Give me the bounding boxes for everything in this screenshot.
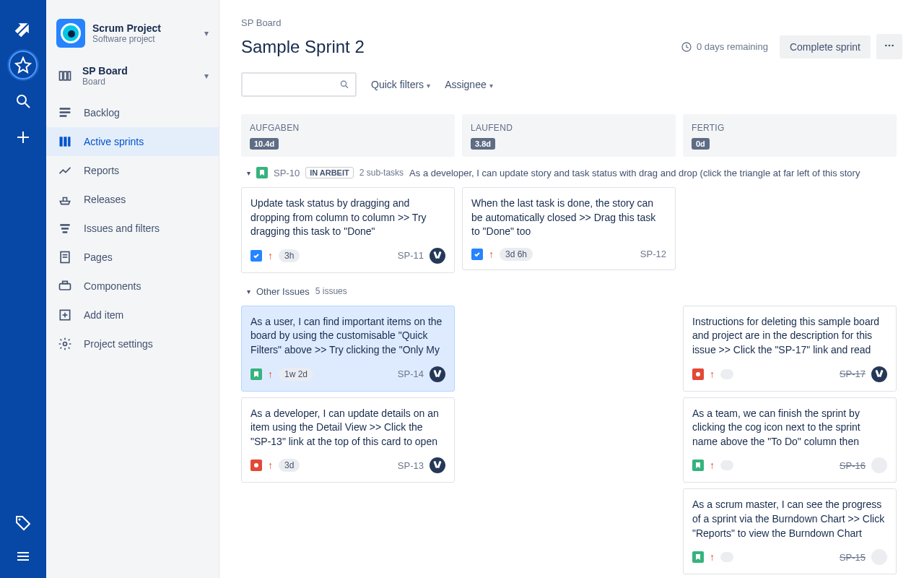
nav-label: Issues and filters: [84, 223, 160, 234]
assignee-avatar[interactable]: [430, 248, 445, 264]
task-icon: [471, 249, 483, 260]
status-lozenge: IN ARBEIT: [305, 167, 354, 178]
nav-issues[interactable]: Issues and filters: [46, 214, 219, 243]
issue-key[interactable]: SP-12: [640, 249, 666, 259]
assignee-avatar[interactable]: [871, 366, 887, 382]
svg-point-35: [254, 463, 258, 467]
svg-point-30: [885, 45, 887, 47]
column-cell[interactable]: When the last task is done, the story ca…: [462, 187, 676, 273]
nav-backlog[interactable]: Backlog: [46, 98, 219, 127]
svg-point-31: [889, 45, 891, 47]
search-input[interactable]: [248, 79, 339, 90]
unassigned-avatar[interactable]: [871, 457, 887, 473]
column-estimate-badge: 10.4d: [250, 138, 279, 150]
column-cell[interactable]: Instructions for deleting this sample bo…: [683, 306, 897, 574]
priority-icon: ↑: [710, 460, 715, 471]
svg-rect-9: [64, 72, 66, 80]
column-header[interactable]: AUFGABEN 10.4d: [241, 114, 455, 157]
issue-card[interactable]: As a developer, I can update details on …: [241, 397, 455, 483]
column-title: AUFGABEN: [250, 123, 446, 133]
board-icon: [56, 134, 74, 149]
priority-icon: ↑: [710, 368, 715, 380]
issue-card[interactable]: Instructions for deleting this sample bo…: [683, 306, 897, 392]
svg-point-32: [892, 45, 894, 47]
subtask-count: 2 sub-tasks: [359, 168, 404, 178]
backlog-icon: [56, 105, 74, 120]
unassigned-avatar[interactable]: [871, 549, 887, 565]
estimate-empty: [720, 552, 733, 562]
board-search[interactable]: [241, 72, 357, 97]
chevron-down-icon: ▾: [247, 169, 250, 177]
breadcrumb[interactable]: SP Board: [241, 17, 902, 28]
tag-icon[interactable]: [9, 509, 38, 538]
priority-icon: ↑: [710, 551, 715, 563]
issue-key[interactable]: SP-15: [840, 552, 866, 563]
product-logo[interactable]: [9, 14, 38, 43]
complete-sprint-button[interactable]: Complete sprint: [780, 35, 871, 59]
star-icon[interactable]: [9, 51, 38, 79]
nav-add-item[interactable]: Add item: [46, 301, 219, 329]
create-icon[interactable]: [9, 123, 38, 152]
nav-project-settings[interactable]: Project settings: [46, 329, 219, 358]
swimlane-header[interactable]: ▾ SP-10 IN ARBEIT 2 sub-tasks As a devel…: [241, 164, 902, 181]
nav-active-sprints[interactable]: Active sprints: [46, 127, 219, 156]
search-icon[interactable]: [9, 87, 38, 116]
issue-key[interactable]: SP-17: [840, 368, 866, 379]
issue-key[interactable]: SP-13: [398, 460, 424, 471]
nav-label: Releases: [84, 194, 126, 205]
svg-point-28: [64, 342, 67, 346]
svg-rect-16: [68, 137, 70, 146]
column-cell[interactable]: [462, 306, 676, 574]
column-cell[interactable]: As a user, I can find important items on…: [241, 306, 455, 574]
svg-rect-8: [60, 72, 63, 80]
issue-key[interactable]: SP-11: [398, 250, 424, 261]
more-actions-button[interactable]: [876, 34, 902, 59]
issue-card[interactable]: As a user, I can find important items on…: [241, 306, 455, 392]
time-remaining: 0 days remaining: [681, 41, 768, 53]
issue-key[interactable]: SP-14: [398, 368, 424, 379]
estimate-empty: [720, 460, 733, 470]
issue-card[interactable]: As a scrum master, I can see the progres…: [683, 488, 897, 574]
project-switcher[interactable]: Scrum Project Software project ▾: [46, 14, 219, 58]
priority-icon: ↑: [268, 368, 273, 380]
nav-label: Add item: [84, 309, 123, 321]
nav-pages[interactable]: Pages: [46, 243, 219, 272]
assignee-avatar[interactable]: [430, 366, 445, 382]
issue-key[interactable]: SP-16: [840, 460, 866, 471]
priority-icon: ↑: [268, 250, 273, 262]
svg-rect-23: [60, 284, 71, 290]
svg-rect-11: [60, 108, 71, 110]
swimlane-key[interactable]: SP-10: [274, 168, 300, 178]
chevron-down-icon: ▾: [204, 28, 209, 38]
time-remaining-text: 0 days remaining: [697, 41, 768, 52]
column-header[interactable]: LAUFEND 3.8d: [462, 114, 676, 157]
column-cell[interactable]: Update task status by dragging and dropp…: [241, 187, 455, 273]
quick-filters-dropdown[interactable]: Quick filters▾: [371, 79, 430, 90]
column-cell[interactable]: [683, 187, 897, 273]
nav-label: Components: [84, 280, 141, 292]
card-summary: As a developer, I can update details on …: [250, 407, 445, 449]
assignee-dropdown[interactable]: Assignee▾: [445, 79, 493, 90]
board-columns-header: AUFGABEN 10.4d LAUFEND 3.8d FERTIG 0d: [241, 114, 902, 164]
swimlane-header[interactable]: ▾ Other Issues 5 issues: [241, 283, 902, 300]
ellipsis-icon: [884, 40, 895, 51]
nav-releases[interactable]: Releases: [46, 185, 219, 214]
story-icon: [256, 167, 268, 178]
swimlane-count: 5 issues: [315, 286, 347, 296]
menu-icon[interactable]: [9, 542, 38, 571]
story-icon: [692, 551, 704, 563]
issue-card[interactable]: When the last task is done, the story ca…: [462, 187, 676, 270]
column-header[interactable]: FERTIG 0d: [683, 114, 897, 157]
issue-card[interactable]: Update task status by dragging and dropp…: [241, 187, 455, 273]
nav-reports[interactable]: Reports: [46, 156, 219, 185]
svg-rect-24: [63, 281, 68, 283]
issue-card[interactable]: As a team, we can finish the sprint by c…: [683, 397, 897, 483]
nav-components[interactable]: Components: [46, 272, 219, 301]
board-switcher[interactable]: SP Board Board ▾: [46, 58, 219, 94]
assignee-avatar[interactable]: [430, 457, 445, 473]
task-icon: [250, 250, 262, 262]
svg-point-36: [696, 372, 700, 376]
chevron-down-icon: ▾: [247, 288, 250, 296]
assignee-label: Assignee: [445, 79, 487, 90]
card-summary: As a scrum master, I can see the progres…: [692, 498, 887, 540]
